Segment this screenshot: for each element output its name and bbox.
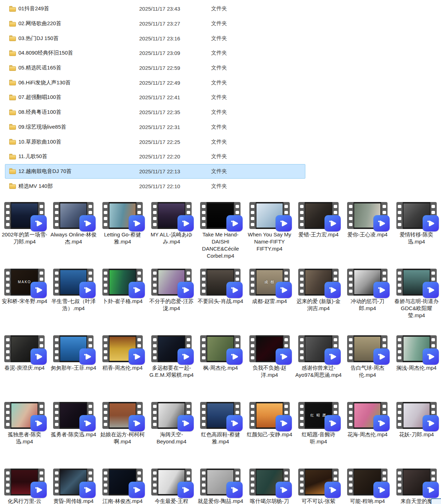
folder-row[interactable]: 06.HiFi发烧人声130首 2025/11/17 22:49 文件夹 xyxy=(5,75,305,90)
video-file-item[interactable]: 今生最爱-王程明.mp4 xyxy=(147,469,196,504)
folder-row[interactable]: 11.儿歌50首 2025/11/17 22:20 文件夹 xyxy=(5,149,305,164)
video-file-item[interactable]: 海阔天空-Beyond.mp4 xyxy=(147,402,196,469)
folder-row[interactable]: 07.超强翻唱100首 2025/11/17 22:41 文件夹 xyxy=(5,90,305,105)
film-sprocket-rail-left xyxy=(151,402,158,429)
folder-icon xyxy=(9,6,16,12)
video-file-item[interactable]: 红色高跟鞋-蔡健雅.mp4 xyxy=(196,402,245,469)
video-file-item[interactable]: 春泥-庾澄庆.mp4 xyxy=(0,335,49,402)
play-badge-icon xyxy=(276,282,292,298)
video-file-item[interactable]: 匆匆那年-王菲.mp4 xyxy=(49,335,98,402)
folder-icon xyxy=(9,183,16,189)
folder-row[interactable]: 08.经典粤语100首 2025/11/17 22:35 文件夹 xyxy=(5,105,305,120)
film-strip-icon xyxy=(53,402,94,429)
video-file-item[interactable]: 半生雪-七叔（叶泽浩）.mp4 xyxy=(49,269,98,335)
video-file-item[interactable]: 告白气球-周杰伦.mp4 xyxy=(343,335,392,402)
video-filename: 匆匆那年-王菲.mp4 xyxy=(49,364,97,371)
folder-icon xyxy=(9,124,16,130)
play-badge-icon xyxy=(30,348,47,365)
video-file-item[interactable]: 花海-周杰伦.mp4 xyxy=(343,402,392,469)
video-file-item[interactable]: 卜卦-崔子格.mp4 xyxy=(98,269,147,335)
video-file-item[interactable]: 枫-周杰伦.mp4 xyxy=(196,335,245,402)
film-sprocket-rail-left xyxy=(396,402,403,429)
video-file-item[interactable]: 爱情转移-陈奕迅.mp4 xyxy=(392,202,441,269)
film-strip-icon xyxy=(200,402,241,429)
folder-row[interactable]: 09.综艺现场live85首 2025/11/17 22:31 文件夹 xyxy=(5,120,305,135)
folder-row[interactable]: 02.网络歌曲220首 2025/11/17 23:27 文件夹 xyxy=(5,16,305,31)
play-badge-icon xyxy=(373,282,390,298)
folder-modified-date: 2025/11/17 22:20 xyxy=(139,153,211,159)
video-file-item[interactable]: 江南-林俊杰.mp4 xyxy=(98,469,147,504)
film-sprocket-rail-left xyxy=(347,402,354,429)
video-file-item[interactable]: 成 都 成都-赵雷.mp4 xyxy=(245,269,294,335)
folder-name: 08.经典粤语100首 xyxy=(18,109,130,116)
video-file-item[interactable]: 爱错-王力宏.mp4 xyxy=(294,202,343,269)
video-file-item[interactable]: 感谢你曾来过-Ayo97&周思涵.mp4 xyxy=(294,335,343,402)
video-file-item[interactable]: Letting Go-蔡健雅.mp4 xyxy=(98,202,147,269)
film-sprocket-rail-left xyxy=(4,269,11,296)
video-file-item[interactable]: 稻香-周杰伦.mp4 xyxy=(98,335,147,402)
video-file-item[interactable]: 多远都要在一起-G.E.M.邓紫棋.mp4 xyxy=(147,335,196,402)
corner-ui-fragment xyxy=(431,498,441,504)
folder-row[interactable]: 01抖音249首 2025/11/17 23:43 文件夹 xyxy=(5,1,305,16)
film-strip-icon xyxy=(298,269,339,296)
play-badge-icon xyxy=(226,348,243,365)
film-strip-icon xyxy=(249,402,290,429)
film-sprocket-rail-left xyxy=(200,202,207,229)
video-file-item[interactable]: 迟来的爱 (新版)-金润吉.mp4 xyxy=(294,269,343,335)
video-file-item[interactable]: 化风行万里-云朵.mp4 xyxy=(0,469,49,504)
folder-row[interactable]: 03.热门DJ 150首 2025/11/17 23:16 文件夹 xyxy=(5,31,305,46)
video-file-item[interactable]: 红 昭 愿 红昭愿-音阙诗听.mp4 xyxy=(294,402,343,469)
video-file-item[interactable]: 负我不负她-赵洋.mp4 xyxy=(245,335,294,402)
video-file-item[interactable]: 不要回头-肖战.mp4 xyxy=(196,269,245,335)
folder-icon xyxy=(9,154,16,159)
video-filename: 告白气球-周杰伦.mp4 xyxy=(343,364,391,379)
film-strip-icon xyxy=(151,269,192,296)
folder-row[interactable]: 12.越南鼓电音DJ 70首 2025/11/17 22:13 文件夹 xyxy=(5,164,305,179)
video-file-item[interactable]: 搁浅-周杰伦.mp4 xyxy=(392,335,441,402)
play-badge-icon xyxy=(226,282,243,298)
video-file-item[interactable]: 喀什噶尔胡杨-刀郎.mp4 xyxy=(245,469,294,504)
folder-row[interactable]: 04.8090经典怀旧150首 2025/11/17 23:09 文件夹 xyxy=(5,46,305,61)
folder-row[interactable]: 05.精选民谣165首 2025/11/17 22:59 文件夹 xyxy=(5,61,305,75)
video-file-item[interactable]: Always Online-林俊杰.mp4 xyxy=(49,202,98,269)
video-file-item[interactable]: 孤独患者-陈奕迅.mp4 xyxy=(0,402,49,469)
video-filename: 稻香-周杰伦.mp4 xyxy=(98,364,147,371)
folder-row[interactable]: 精选MV 140部 2025/11/17 22:10 文件夹 xyxy=(5,179,305,194)
video-filename: 多远都要在一起-G.E.M.邓紫棋.mp4 xyxy=(147,364,196,379)
play-badge-icon xyxy=(324,282,341,298)
video-file-item[interactable]: 2002年的第一场雪-刀郎.mp4 xyxy=(0,202,49,269)
video-file-item[interactable]: 可能-程响.mp4 xyxy=(343,469,392,504)
video-file-item[interactable]: MY ALL-浜崎あゆみ.mp4 xyxy=(147,202,196,269)
folder-type-label: 文件夹 xyxy=(211,124,227,130)
video-filename: 卜卦-崔子格.mp4 xyxy=(98,298,147,305)
play-badge-icon xyxy=(373,215,390,231)
film-strip-icon xyxy=(4,469,45,495)
folder-name: 01抖音249首 xyxy=(18,5,130,12)
video-file-item[interactable]: 不分手的恋爱-汪苏泷.mp4 xyxy=(147,269,196,335)
video-filename: 可能-程响.mp4 xyxy=(343,498,391,504)
video-file-item[interactable]: 黄昏-周传雄.mp4 xyxy=(49,469,98,504)
film-strip-icon xyxy=(396,202,437,229)
film-strip-icon xyxy=(249,469,290,495)
video-file-item[interactable]: 红颜知己-安静.mp4 xyxy=(245,402,294,469)
film-strip-icon xyxy=(396,335,437,362)
film-sprocket-rail-left xyxy=(200,335,207,362)
play-badge-icon xyxy=(423,348,439,365)
play-badge-icon xyxy=(276,215,292,231)
video-file-item[interactable]: 就是爱你-陶喆.mp4 xyxy=(196,469,245,504)
film-strip-icon xyxy=(53,269,94,296)
video-file-item[interactable]: 爱你-王心凌.mp4 xyxy=(343,202,392,269)
video-file-item[interactable]: 姑娘在远方-柯柯柯啊.mp4 xyxy=(98,402,147,469)
video-file-item[interactable]: Take Me Hand-DAISHI DANCE&Cécile Corbel.… xyxy=(196,202,245,269)
folder-modified-date: 2025/11/17 23:09 xyxy=(139,50,211,56)
video-filename: MY ALL-浜崎あゆみ.mp4 xyxy=(147,231,196,245)
folder-row[interactable]: 10.草原歌曲100首 2025/11/17 22:25 文件夹 xyxy=(5,134,305,149)
video-file-item[interactable]: 孤勇者-陈奕迅.mp4 xyxy=(49,402,98,469)
video-file-item[interactable]: 花妖-刀郎.mp4 xyxy=(392,402,441,469)
folder-modified-date: 2025/11/17 22:59 xyxy=(139,65,211,71)
video-file-item[interactable]: 冲动的惩罚-刀郎.mp4 xyxy=(343,269,392,335)
video-file-item[interactable]: When You Say My Name-FIFTY FIFTY.mp4 xyxy=(245,202,294,269)
video-file-item[interactable]: 春娇与志明-街道办GDC&欧阳耀莹.mp4 xyxy=(392,269,441,335)
video-file-item[interactable]: 可不可以-张紫豪.mp4 xyxy=(294,469,343,504)
video-file-item[interactable]: MAKO 安和桥-宋冬野.mp4 xyxy=(0,269,49,335)
